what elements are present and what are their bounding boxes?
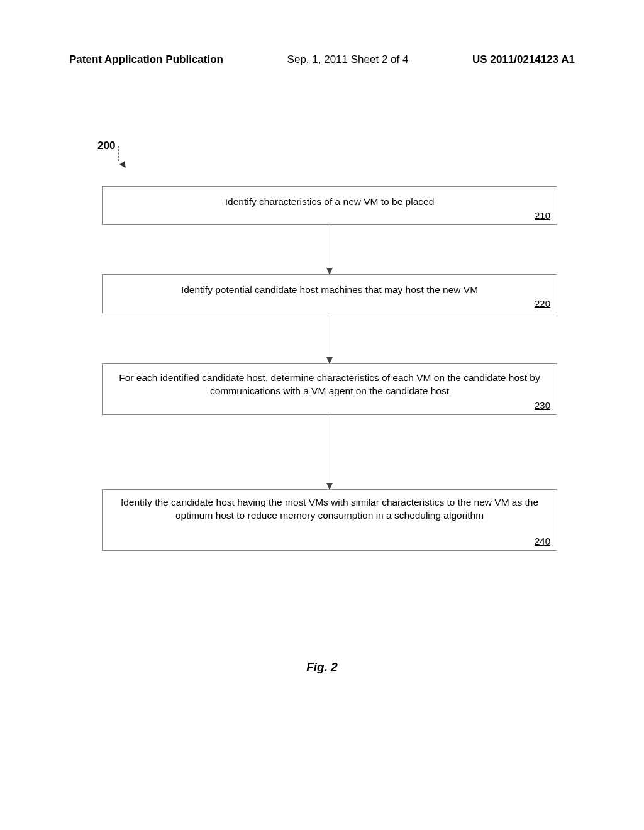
step-ref: 240 <box>535 535 550 548</box>
flowchart-step-210: Identify characteristics of a new VM to … <box>102 186 557 225</box>
header-sheet-info: Sep. 1, 2011 Sheet 2 of 4 <box>287 53 409 66</box>
leader-line <box>118 146 119 161</box>
step-text: Identify characteristics of a new VM to … <box>225 196 435 207</box>
flowchart-arrow-icon <box>330 415 330 489</box>
header-pub-number: US 2011/0214123 A1 <box>472 53 575 66</box>
figure-caption: Fig. 2 <box>0 660 644 674</box>
page-header: Patent Application Publication Sep. 1, 2… <box>0 53 644 66</box>
flowchart-arrow-icon <box>330 225 330 274</box>
flowchart-step-220: Identify potential candidate host machin… <box>102 274 557 313</box>
step-text: Identify potential candidate host machin… <box>181 284 478 295</box>
flowchart-step-240: Identify the candidate host having the m… <box>102 489 557 551</box>
flowchart-step-230: For each identified candidate host, dete… <box>102 363 557 415</box>
step-text: Identify the candidate host having the m… <box>121 497 538 521</box>
step-ref: 210 <box>535 209 550 222</box>
step-ref: 220 <box>535 297 550 310</box>
flowchart: Identify characteristics of a new VM to … <box>102 186 557 551</box>
step-text: For each identified candidate host, dete… <box>119 372 540 396</box>
leader-arrowhead-icon <box>119 161 128 170</box>
flowchart-arrow-icon <box>330 313 330 363</box>
diagram-reference-number: 200 <box>97 140 115 152</box>
step-ref: 230 <box>535 399 550 412</box>
header-publication: Patent Application Publication <box>69 53 223 66</box>
